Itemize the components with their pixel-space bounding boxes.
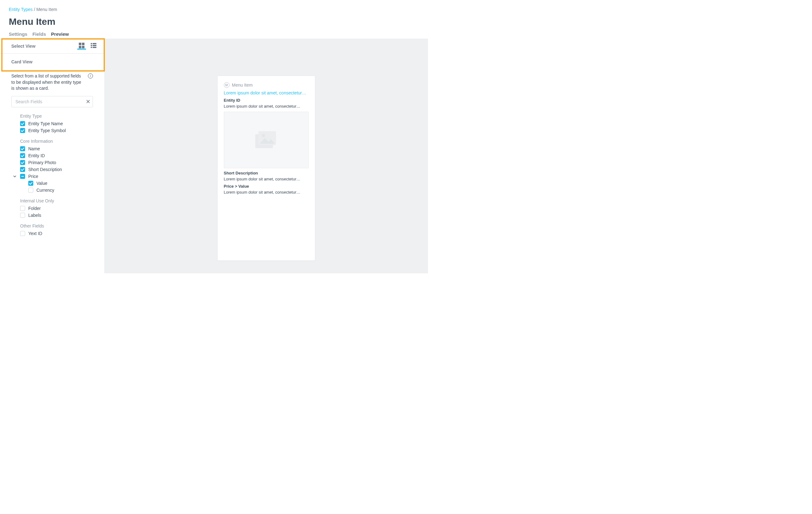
svg-rect-3 [82, 46, 84, 48]
card-entity-id-label: Entity ID [224, 98, 309, 102]
image-placeholder-icon [255, 131, 277, 149]
svg-rect-4 [91, 43, 92, 44]
card-name-link[interactable]: Lorem ipsum dolor sit amet, consectetur… [224, 90, 309, 95]
checkbox[interactable] [20, 146, 25, 151]
field-entity-id: Entity ID [20, 153, 93, 158]
svg-rect-9 [93, 47, 96, 48]
card-short-desc-value: Lorem ipsum dolor sit amet, consectetur… [224, 177, 309, 181]
field-primary-photo: Primary Photo [20, 160, 93, 165]
checkbox[interactable] [20, 213, 25, 218]
card-price-value-label: Price > Value [224, 184, 309, 189]
card-entity-type-label: Menu Item [232, 83, 253, 88]
select-view-row: Select View [0, 39, 104, 54]
field-price: Price [20, 174, 93, 179]
tabs: Settings Fields Preview [9, 31, 419, 39]
svg-rect-0 [79, 43, 81, 45]
select-view-label: Select View [11, 43, 35, 49]
svg-rect-6 [91, 45, 92, 46]
checkbox[interactable] [20, 167, 25, 172]
field-yext-id: Yext ID [20, 231, 93, 236]
card-primary-photo-placeholder [224, 112, 309, 168]
tab-fields[interactable]: Fields [32, 31, 46, 39]
sidebar: Select View Card View Select from a list… [0, 39, 104, 273]
group-internal: Internal Use Only Folder Labels [11, 198, 93, 218]
breadcrumb-current: Menu Item [36, 7, 57, 12]
checkbox[interactable] [20, 174, 25, 179]
checkbox[interactable] [20, 231, 25, 236]
card-short-desc-label: Short Description [224, 171, 309, 175]
group-title-internal: Internal Use Only [20, 198, 93, 203]
list-view-icon[interactable] [89, 42, 98, 50]
checkbox[interactable] [20, 128, 25, 133]
checkbox[interactable] [20, 206, 25, 211]
tab-preview[interactable]: Preview [51, 31, 69, 39]
field-labels: Labels [20, 213, 93, 218]
view-toggle [77, 42, 98, 50]
svg-rect-7 [93, 45, 96, 46]
card-entity-id-value: Lorem ipsum dolor sit amet, consectetur… [224, 104, 309, 109]
checkbox[interactable] [20, 121, 25, 126]
field-entity-type-symbol: Entity Type Symbol [20, 128, 93, 133]
svg-rect-8 [91, 47, 92, 48]
breadcrumb: Entity Types / Menu Item [9, 7, 419, 12]
group-other: Other Fields Yext ID [11, 223, 93, 236]
breadcrumb-sep: / [33, 7, 36, 12]
entity-symbol-icon: M [224, 82, 230, 88]
checkbox[interactable] [20, 160, 25, 165]
field-price-value: Value [28, 181, 93, 186]
preview-card: M Menu Item Lorem ipsum dolor sit amet, … [217, 75, 315, 261]
svg-rect-1 [82, 43, 84, 45]
search-fields-input[interactable] [11, 96, 93, 107]
search-fields-box: ✕ [11, 96, 93, 107]
checkbox[interactable] [20, 153, 25, 158]
group-entity-type: Entity Type Entity Type Name Entity Type… [11, 114, 93, 133]
group-title-other: Other Fields [20, 223, 93, 229]
tab-settings[interactable]: Settings [9, 31, 27, 39]
group-core-information: Core Information Name Entity ID Primary … [11, 139, 93, 193]
group-title-core: Core Information [20, 139, 93, 144]
card-view-icon[interactable] [77, 42, 86, 50]
chevron-down-icon[interactable] [12, 175, 17, 178]
field-short-description: Short Description [20, 167, 93, 172]
checkbox[interactable] [28, 181, 33, 186]
card-price-value-value: Lorem ipsum dolor sit amet, consectetur… [224, 190, 309, 194]
page-title: Menu Item [9, 16, 419, 27]
svg-rect-2 [79, 46, 81, 48]
clear-search-icon[interactable]: ✕ [86, 99, 90, 104]
field-entity-type-name: Entity Type Name [20, 121, 93, 126]
breadcrumb-root[interactable]: Entity Types [9, 7, 33, 12]
svg-point-12 [262, 134, 265, 137]
card-view-label: Card View [11, 59, 93, 64]
field-name: Name [20, 146, 93, 151]
field-price-currency: Currency [28, 188, 93, 193]
info-icon[interactable]: i [88, 73, 93, 79]
help-text: Select from a list of supported fields t… [11, 73, 93, 92]
preview-panel: M Menu Item Lorem ipsum dolor sit amet, … [104, 39, 428, 273]
card-view-row: Card View [0, 54, 104, 69]
checkbox[interactable] [28, 188, 33, 193]
card-entity-type: M Menu Item [224, 82, 309, 88]
group-title-entity-type: Entity Type [20, 114, 93, 119]
field-folder: Folder [20, 206, 93, 211]
svg-rect-5 [93, 43, 96, 44]
